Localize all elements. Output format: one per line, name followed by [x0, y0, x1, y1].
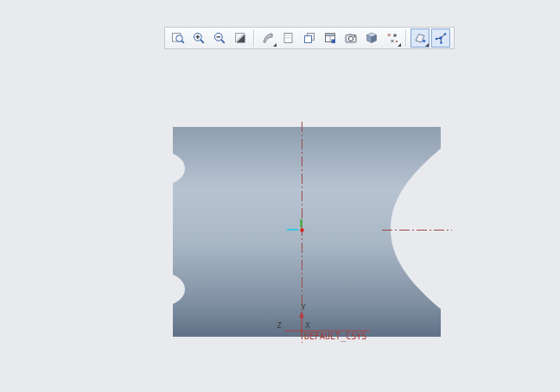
shade-button[interactable] [258, 28, 277, 47]
repaint-icon [233, 31, 247, 45]
zoom-in-icon [192, 31, 206, 45]
axis-label-y: Y [301, 303, 306, 312]
repaint-button[interactable] [231, 28, 250, 47]
toolbar-separator [253, 29, 255, 47]
datum-point-display-button[interactable] [383, 28, 402, 47]
shaded-model-button[interactable] [362, 28, 381, 47]
datum-point-display-icon [385, 31, 399, 45]
view-manager-icon [323, 31, 337, 45]
csys-name-label[interactable]: DEFAULT_CSYS [304, 332, 366, 342]
model-body[interactable] [173, 127, 441, 337]
layer-display-button[interactable] [300, 28, 319, 47]
display-style-icon [282, 31, 296, 45]
zoom-in-button[interactable] [189, 28, 208, 47]
shaded-model-icon [365, 31, 379, 45]
saved-views-icon [344, 31, 358, 45]
zoom-window-button[interactable] [169, 28, 188, 47]
toolbar-separator [405, 29, 407, 47]
axis-label-z: Z [277, 321, 282, 330]
spin-center-icon [434, 31, 448, 45]
axis-label-x: X [305, 321, 310, 330]
cad-window: { "app": { "background": "#e9eaee" }, "t… [0, 0, 560, 392]
shade-icon [261, 31, 275, 45]
zoom-window-icon [171, 31, 185, 45]
saved-views-button[interactable] [341, 28, 360, 47]
view-toolbar [164, 27, 455, 49]
datum-display-button[interactable] [410, 28, 430, 47]
zoom-out-button[interactable] [210, 28, 229, 47]
datum-display-icon [413, 31, 427, 45]
layer-display-icon [302, 31, 316, 45]
graphics-area[interactable]: Y Z X DEFAULT_CSYS [0, 0, 560, 392]
spin-center-button[interactable] [431, 28, 450, 47]
display-style-button[interactable] [279, 28, 298, 47]
zoom-out-icon [213, 31, 226, 45]
view-manager-button[interactable] [321, 28, 340, 47]
